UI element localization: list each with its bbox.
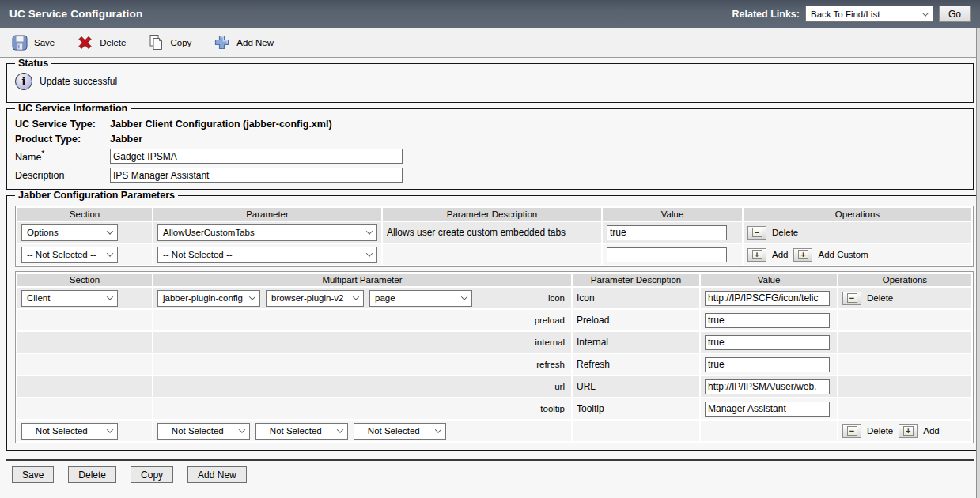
name-input[interactable] (110, 149, 403, 164)
status-section: Status i Update successful (6, 58, 974, 103)
value-input[interactable] (705, 313, 830, 328)
parameter-description: Internal (573, 332, 699, 353)
save-label: Save (34, 38, 55, 47)
description-label: Description (15, 170, 110, 181)
save-button[interactable]: Save (12, 35, 55, 51)
description-input[interactable] (110, 168, 403, 183)
chevron-down-icon (366, 228, 373, 234)
col-header-section: Section (17, 274, 152, 286)
value-input[interactable] (705, 291, 830, 306)
chevron-down-icon (922, 9, 929, 16)
footer-save-button[interactable]: Save (12, 466, 54, 483)
window-scrollbar-edge[interactable] (976, 28, 980, 498)
multipart-row-internal: internal Internal (17, 332, 971, 353)
parameter-select[interactable]: AllowUserCustomTabs (157, 224, 377, 241)
delete-button[interactable]: Delete (77, 35, 126, 51)
add-row-label: Add (772, 250, 788, 259)
add-custom-row-button[interactable]: + (793, 248, 812, 262)
multipart-select-2[interactable]: -- Not Selected -- (255, 423, 348, 440)
chevron-down-icon (366, 250, 373, 256)
required-mark: * (41, 149, 44, 158)
section-select[interactable]: Options (21, 224, 118, 241)
parameter-description: Refresh (573, 354, 699, 375)
section-select[interactable]: Client (21, 290, 118, 307)
parameter-description: URL (573, 376, 699, 397)
multipart-select-3[interactable]: -- Not Selected -- (354, 423, 446, 440)
delete-label: Delete (100, 38, 126, 47)
related-links-selected-value: Back To Find/List (811, 9, 880, 19)
delete-row-button[interactable]: − (842, 292, 861, 305)
delete-row-label: Delete (867, 293, 893, 303)
product-type-label: Product Type: (15, 134, 110, 145)
multipart-key-label: preload (153, 310, 571, 330)
multipart-key-label: url (153, 376, 571, 397)
delete-x-icon (77, 35, 93, 51)
value-input[interactable] (705, 357, 830, 372)
section-select[interactable]: -- Not Selected -- (21, 247, 118, 263)
chevron-down-icon (107, 250, 113, 256)
col-header-parameter-description: Parameter Description (383, 208, 601, 221)
value-input[interactable] (607, 247, 727, 262)
parameter-row: Options AllowUserCustomTabs Allows user … (17, 222, 971, 243)
multipart-select-2[interactable]: browser-plugin-v2 (266, 290, 364, 307)
add-new-button[interactable]: Add New (214, 34, 274, 51)
go-button[interactable]: Go (939, 6, 971, 22)
service-info-section: UC Service Information UC Service Type: … (6, 103, 974, 190)
col-header-section: Section (17, 208, 152, 221)
multipart-select-1[interactable]: jabber-plugin-config (157, 290, 260, 307)
col-header-operations: Operations (838, 274, 971, 286)
value-input[interactable] (705, 379, 830, 394)
footer-add-new-button[interactable]: Add New (187, 466, 247, 483)
delete-row-button[interactable]: − (842, 424, 861, 438)
multipart-key-label: tooltip (153, 398, 571, 419)
copy-button[interactable]: Copy (148, 34, 191, 51)
delete-row-button[interactable]: − (747, 226, 766, 240)
multipart-row-preload: preload Preload (17, 310, 971, 330)
value-input[interactable] (705, 335, 830, 350)
plus-icon: + (752, 250, 762, 259)
info-icon: i (15, 73, 32, 90)
service-info-legend: UC Service Information (15, 103, 131, 114)
toolbar: Save Delete Copy Add New (0, 28, 980, 58)
add-row-button[interactable]: + (747, 248, 766, 262)
minus-icon: − (847, 293, 857, 303)
add-row-button[interactable]: + (899, 424, 918, 438)
chevron-down-icon (353, 293, 359, 300)
plus-icon: + (903, 426, 914, 436)
col-header-operations: Operations (744, 208, 971, 221)
footer-buttons: Save Delete Copy Add New (12, 466, 980, 483)
table-header-row: Section Parameter Parameter Description … (17, 208, 971, 221)
copy-pages-icon (148, 34, 164, 51)
chevron-down-icon (107, 293, 113, 300)
col-header-value: Value (603, 208, 742, 221)
multipart-select-3[interactable]: page (369, 290, 472, 307)
chevron-down-icon (249, 293, 255, 300)
col-header-value: Value (701, 274, 837, 286)
col-header-multipart-parameter: Multipart Parameter (153, 274, 571, 286)
col-header-parameter-description: Parameter Description (573, 274, 699, 286)
footer-delete-button[interactable]: Delete (68, 466, 116, 483)
section-select[interactable]: -- Not Selected -- (21, 423, 118, 440)
value-input[interactable] (607, 225, 727, 240)
add-row-label: Add (923, 426, 939, 436)
table-header-row: Section Multipart Parameter Parameter De… (17, 274, 971, 286)
parameter-select[interactable]: -- Not Selected -- (157, 247, 377, 263)
status-row: i Update successful (15, 70, 965, 96)
col-header-parameter: Parameter (153, 208, 381, 221)
multipart-parameters-table: Section Multipart Parameter Parameter De… (15, 271, 974, 443)
multipart-row-url: url URL (17, 376, 971, 397)
minus-icon: − (847, 426, 857, 436)
status-legend: Status (15, 58, 51, 69)
footer-divider (6, 459, 974, 461)
footer-copy-button[interactable]: Copy (131, 466, 173, 483)
multipart-select-1[interactable]: -- Not Selected -- (157, 423, 250, 440)
related-links-label: Related Links: (732, 9, 800, 20)
add-new-label: Add New (236, 38, 274, 47)
chevron-down-icon (239, 426, 245, 432)
status-message: Update successful (40, 76, 117, 87)
chevron-down-icon (435, 426, 441, 432)
delete-row-label: Delete (772, 228, 798, 237)
related-links-select[interactable]: Back To Find/List (805, 6, 933, 22)
value-input[interactable] (705, 402, 830, 417)
title-bar: UC Service Configuration Related Links: … (0, 0, 980, 28)
